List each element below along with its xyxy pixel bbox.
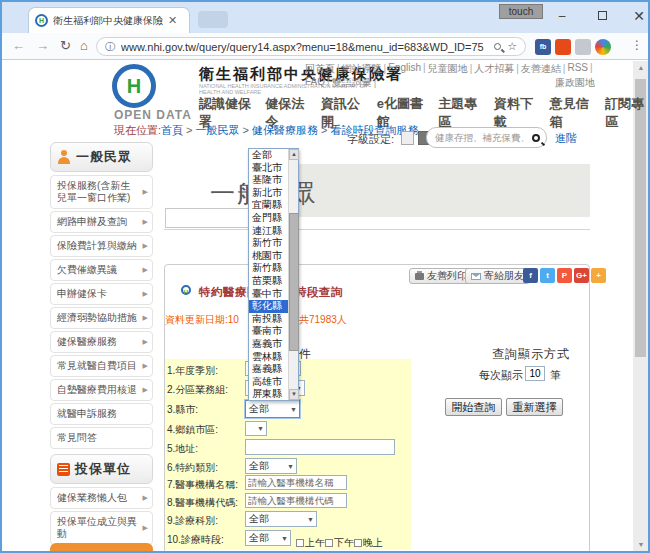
sidebar-section-general-public[interactable]: 一般民眾 [50,142,153,172]
scroll-down-icon[interactable]: ▼ [637,541,645,548]
per-page-input[interactable] [525,366,545,381]
county-option[interactable]: 連江縣 [249,225,289,238]
sidebar-item[interactable]: 網路申辦及查詢▶ [50,211,153,233]
top-link[interactable]: 兒童園地| [428,62,475,76]
close-button[interactable]: ✕ [624,6,650,26]
sidebar-item[interactable]: 健保業務懶人包▶ [50,487,153,509]
dropdown-scrollbar-thumb[interactable] [289,213,299,351]
nav-item[interactable]: 主題專區 [438,95,481,131]
county-option[interactable]: 苗栗縣 [249,275,289,288]
forward-icon[interactable]: → [36,38,49,53]
dropdown-scrollbar[interactable]: ▲ ▼ [288,149,298,400]
county-option[interactable]: 全部 [249,149,289,162]
county-option[interactable]: 雲林縣 [249,351,289,364]
maximize-button[interactable] [587,6,617,26]
sidebar-item[interactable]: 投保單位成立與異動▶ [50,511,153,545]
breadcrumb-item[interactable]: >一般民眾 [183,123,239,138]
checkbox-icon[interactable] [354,539,362,547]
township-select[interactable]: ▼ [245,421,267,436]
contract-type-select[interactable]: 全部▼ [245,458,297,474]
top-link[interactable]: 回首頁| [305,62,342,76]
sidebar-next-section-stub[interactable] [50,543,153,553]
notes-extension-icon[interactable] [575,39,591,55]
county-option[interactable]: 南投縣 [249,313,289,326]
twitter-share-icon[interactable]: t [540,268,555,283]
time-checkbox-option[interactable]: 下午 [325,532,354,549]
county-select[interactable]: 全部▼ [245,400,300,418]
county-option[interactable]: 新北市 [249,187,289,200]
time-checkbox-option[interactable]: 晚上 [354,532,383,549]
sidebar-item[interactable]: 申辦健保卡▶ [50,283,153,305]
top-link[interactable]: FAQ| [305,76,332,90]
address-bar[interactable]: ⓘ www.nhi.gov.tw/query/query14.aspx?menu… [96,37,526,56]
browser-tab[interactable]: H 衛生福利部中央健康保險署 ✕ [28,7,190,33]
advanced-search-link[interactable]: 進階 [555,131,577,146]
nav-item[interactable]: 訂閱專區 [605,95,648,131]
time-checkbox-option[interactable]: 上午 [296,532,325,549]
county-option[interactable]: 嘉義縣 [249,363,289,376]
county-option[interactable]: 高雄市 [249,376,289,389]
facebook-extension-icon[interactable]: fb [535,39,551,55]
sidebar-item[interactable]: 自墊醫療費用核退▶ [50,379,153,401]
search-icon[interactable] [532,134,540,142]
zoom-lens-icon[interactable] [494,43,501,50]
county-option[interactable]: 宜蘭縣 [249,199,289,212]
county-option[interactable]: 臺南市 [249,325,289,338]
page-info-icon[interactable]: ⓘ [105,40,115,54]
start-query-button[interactable]: 開始查詢 [445,398,502,416]
top-link[interactable]: 雙語詞彙| [332,76,379,90]
top-link[interactable]: 友善連結| [521,62,568,76]
checkbox-icon[interactable] [325,539,333,547]
tab-close-icon[interactable]: ✕ [168,14,177,27]
county-option[interactable]: 嘉義市 [249,338,289,351]
sidebar-item[interactable]: 常見問答▶ [50,427,153,449]
county-option[interactable]: 金門縣 [249,212,289,225]
print-button[interactable]: 友善列印 [409,268,473,284]
address-input[interactable] [245,439,395,455]
scroll-up-icon[interactable]: ▲ [637,64,645,71]
county-option[interactable]: 彰化縣 [249,300,289,313]
county-option[interactable]: 新竹縣 [249,262,289,275]
plurk-share-icon[interactable]: P [557,268,572,283]
browser-menu-icon[interactable]: ⋮ [631,38,643,52]
sidebar-section-insured-units[interactable]: 投保單位 [50,454,153,484]
sidebar-item[interactable]: 健保醫療服務▶ [50,331,153,353]
dropdown-scroll-down-icon[interactable]: ▼ [289,389,299,400]
time-slot-select[interactable]: 全部▼ [245,530,291,546]
sidebar-item[interactable]: 保險費計算與繳納▶ [50,235,153,257]
breadcrumb-item[interactable]: >健保醫療服務 [240,123,318,138]
department-select[interactable]: 全部▼ [245,511,317,527]
top-link[interactable]: 網站導覽| [342,62,389,76]
share-more-icon[interactable]: + [591,268,606,283]
reset-button[interactable]: 重新選擇 [506,398,563,416]
mail-to-friend-button[interactable]: 寄給朋友 [465,268,530,284]
touch-chip[interactable]: touch [499,4,543,19]
sidebar-item[interactable]: 經濟弱勢協助措施▶ [50,307,153,329]
url-text[interactable]: www.nhi.gov.tw/query/query14.aspx?menu=1… [121,41,488,53]
site-search[interactable] [426,127,547,148]
googleplus-share-icon[interactable]: G+ [574,268,589,283]
sidebar-item[interactable]: 欠費催繳異議▶ [50,259,153,281]
sidebar-item[interactable]: 就醫申訴服務▶ [50,403,153,425]
nav-item[interactable]: 意見信箱 [550,95,593,131]
top-link[interactable]: English| [388,62,427,76]
search-input[interactable] [433,131,528,144]
minimize-button[interactable]: – [547,6,577,26]
org-name-input[interactable] [245,475,347,490]
sidebar-item[interactable]: 投保服務(含新生兒單一窗口作業)▶ [50,175,153,209]
dropdown-scroll-up-icon[interactable]: ▲ [289,149,299,160]
sidebar-item[interactable]: 常見就醫自費項目▶ [50,355,153,377]
org-code-input[interactable] [245,493,347,508]
home-icon[interactable]: ⌂ [80,38,88,53]
checkbox-icon[interactable] [296,539,304,547]
font-size-small-icon[interactable] [401,131,414,145]
bookmark-star-icon[interactable]: ☆ [507,40,517,53]
county-option[interactable]: 桃園市 [249,250,289,263]
county-option[interactable]: 臺中市 [249,288,289,301]
top-link-integrity[interactable]: 廉政園地 [555,76,595,90]
nav-item[interactable]: 資料下載 [494,95,537,131]
breadcrumb-item[interactable]: >首頁 [161,123,183,138]
county-option[interactable]: 臺北市 [249,162,289,175]
county-option[interactable]: 基隆市 [249,174,289,187]
top-link[interactable]: RSS| [567,62,594,76]
